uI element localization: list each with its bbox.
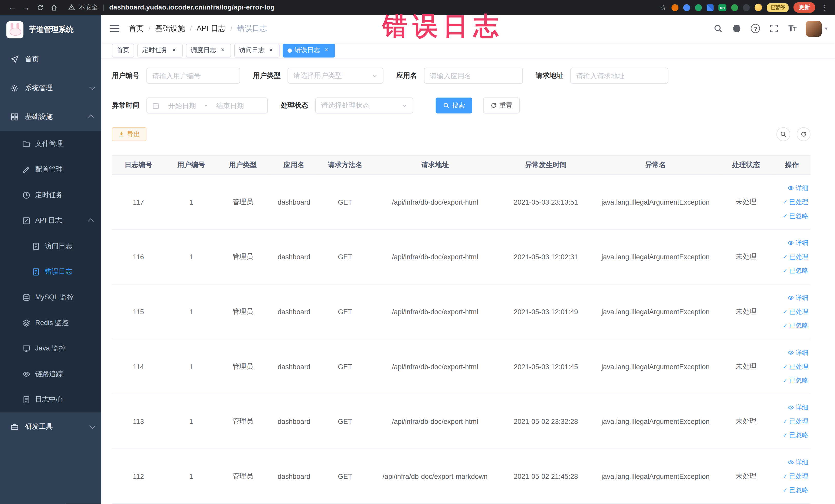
tab-close-icon[interactable]: × <box>323 47 330 54</box>
extension-icon-blue-drop[interactable] <box>683 4 690 11</box>
sidebar-item-dev-tools[interactable]: 研发工具 <box>0 412 101 441</box>
detail-link[interactable]: 详细 <box>775 236 809 250</box>
extension-emoji-icon[interactable] <box>755 4 762 11</box>
action-label: 已处理 <box>789 305 809 319</box>
breadcrumb-api-logs[interactable]: API 日志 <box>197 24 226 33</box>
eye-icon <box>788 349 794 356</box>
mark-ignored-link[interactable]: ✓已忽略 <box>775 373 809 387</box>
cell-status: 未处理 <box>719 174 773 229</box>
extension-on-badge[interactable]: on <box>718 4 726 11</box>
browser-forward-button[interactable]: → <box>19 0 33 15</box>
eye-icon <box>788 295 794 301</box>
sidebar-item-infrastructure[interactable]: 基础设施 <box>0 102 101 131</box>
extension-icon-green-tree[interactable] <box>731 4 738 11</box>
sidebar-item-scheduled-tasks[interactable]: 定时任务 <box>0 182 101 208</box>
extension-icon-dark-paw[interactable] <box>743 4 750 11</box>
github-icon[interactable] <box>733 24 741 33</box>
detail-link[interactable]: 详细 <box>775 181 809 195</box>
refresh-button[interactable] <box>797 127 811 141</box>
mark-ignored-link[interactable]: ✓已忽略 <box>775 428 809 442</box>
search-icon[interactable] <box>714 24 723 33</box>
tab-dispatch-log[interactable]: 调度日志× <box>186 44 231 58</box>
reset-button[interactable]: 重置 <box>483 98 520 114</box>
sidebar-item-system-management[interactable]: 系统管理 <box>0 74 101 102</box>
tab-close-icon[interactable]: × <box>219 47 226 54</box>
sidebar-item-home[interactable]: 首页 <box>0 45 101 74</box>
date-end-input[interactable] <box>210 101 250 109</box>
app-name-input[interactable] <box>430 72 517 80</box>
tab-close-icon[interactable]: × <box>267 47 274 54</box>
sidebar-item-api-logs[interactable]: API 日志 <box>0 208 101 234</box>
sidebar-item-config-management[interactable]: 配置管理 <box>0 157 101 182</box>
mark-processed-link[interactable]: ✓已处理 <box>775 360 809 373</box>
browser-home-button[interactable] <box>47 0 61 15</box>
sidebar-item-label: MySQL 监控 <box>35 293 74 302</box>
tab-home[interactable]: 首页 <box>112 44 134 58</box>
hide-search-button[interactable] <box>776 127 790 141</box>
date-range-picker[interactable]: - <box>147 98 268 114</box>
detail-link[interactable]: 详细 <box>775 346 809 360</box>
eye-icon <box>788 404 794 411</box>
extension-icon-orange[interactable] <box>672 4 678 11</box>
help-icon[interactable]: ? <box>751 24 760 33</box>
breadcrumb-home[interactable]: 首页 <box>129 24 144 33</box>
cell-user-type: 管理员 <box>217 284 268 339</box>
tab-access-log[interactable]: 访问日志× <box>235 44 280 58</box>
col-status: 处理状态 <box>719 155 773 175</box>
search-button-label: 搜索 <box>452 101 465 110</box>
export-button[interactable]: 导出 <box>112 127 147 141</box>
extension-icon-blue-grid[interactable] <box>707 4 714 11</box>
user-avatar-menu[interactable]: ▾ <box>806 21 828 37</box>
sidebar-item-mysql-monitor[interactable]: MySQL 监控 <box>0 284 101 310</box>
app-logo[interactable]: 芋道管理系统 <box>0 15 101 45</box>
detail-link[interactable]: 详细 <box>775 291 809 305</box>
mark-processed-link[interactable]: ✓已处理 <box>775 250 809 264</box>
mark-ignored-link[interactable]: ✓已忽略 <box>775 319 809 332</box>
mark-processed-link[interactable]: ✓已处理 <box>775 415 809 428</box>
sidebar-item-log-center[interactable]: 日志中心 <box>0 387 101 412</box>
process-status-select[interactable]: 请选择处理状态 <box>315 98 413 114</box>
sidebar-item-access-log[interactable]: 访问日志 <box>0 234 101 259</box>
mark-ignored-link[interactable]: ✓已忽略 <box>775 209 809 223</box>
address-bar[interactable]: 不安全 | dashboard.yudao.iocoder.cn/infra/l… <box>68 3 275 12</box>
sidebar-item-error-log[interactable]: 错误日志 <box>0 259 101 284</box>
sidebar-item-redis-monitor[interactable]: Redis 监控 <box>0 310 101 336</box>
breadcrumb-infrastructure[interactable]: 基础设施 <box>155 24 185 33</box>
process-status-placeholder: 请选择处理状态 <box>321 101 370 110</box>
user-id-input[interactable] <box>152 72 234 80</box>
mark-processed-link[interactable]: ✓已处理 <box>775 195 809 209</box>
calendar-icon <box>152 102 159 109</box>
tab-error-log[interactable]: 错误日志× <box>283 44 335 58</box>
detail-link[interactable]: 详细 <box>775 456 809 469</box>
sidebar-item-java-monitor[interactable]: Java 监控 <box>0 336 101 361</box>
font-size-icon[interactable]: TT <box>788 24 796 33</box>
cell-actions: 详细✓已处理✓已忽略 <box>773 174 810 229</box>
mark-ignored-link[interactable]: ✓已忽略 <box>775 483 809 497</box>
cell-exception-name: java.lang.IllegalArgumentException <box>592 339 719 394</box>
mark-processed-link[interactable]: ✓已处理 <box>775 469 809 483</box>
hamburger-icon[interactable] <box>109 25 119 32</box>
reset-button-label: 重置 <box>500 101 512 110</box>
cell-request-url: /api/infra/db-doc/export-markdown <box>371 449 500 504</box>
mark-processed-link[interactable]: ✓已处理 <box>775 305 809 319</box>
browser-update-button[interactable]: 更新 <box>793 2 815 13</box>
extension-icon-green-circle[interactable] <box>695 4 702 11</box>
search-button[interactable]: 搜索 <box>435 98 472 114</box>
detail-link[interactable]: 详细 <box>775 401 809 415</box>
fullscreen-icon[interactable] <box>770 24 779 33</box>
document-icon <box>32 268 39 276</box>
tab-close-icon[interactable]: × <box>170 47 178 54</box>
sidebar-item-file-management[interactable]: 文件管理 <box>0 131 101 157</box>
browser-back-button[interactable]: ← <box>5 0 19 15</box>
sidebar-item-tracing[interactable]: 链路追踪 <box>0 361 101 387</box>
mark-ignored-link[interactable]: ✓已忽略 <box>775 264 809 278</box>
tab-scheduled-tasks[interactable]: 定时任务× <box>137 44 183 58</box>
browser-menu-icon[interactable]: ⋮ <box>820 3 830 12</box>
user-type-select[interactable]: 请选择用户类型 <box>287 67 383 83</box>
bookmark-star-icon[interactable]: ☆ <box>660 3 667 12</box>
request-url-input[interactable] <box>576 72 663 80</box>
app-frame: 芋道管理系统 首页 系统管理 基础设施 文件管理 <box>0 15 835 504</box>
date-start-input[interactable] <box>162 101 202 109</box>
paused-badge[interactable]: 已暂停 <box>767 3 789 12</box>
browser-reload-button[interactable] <box>33 0 47 15</box>
